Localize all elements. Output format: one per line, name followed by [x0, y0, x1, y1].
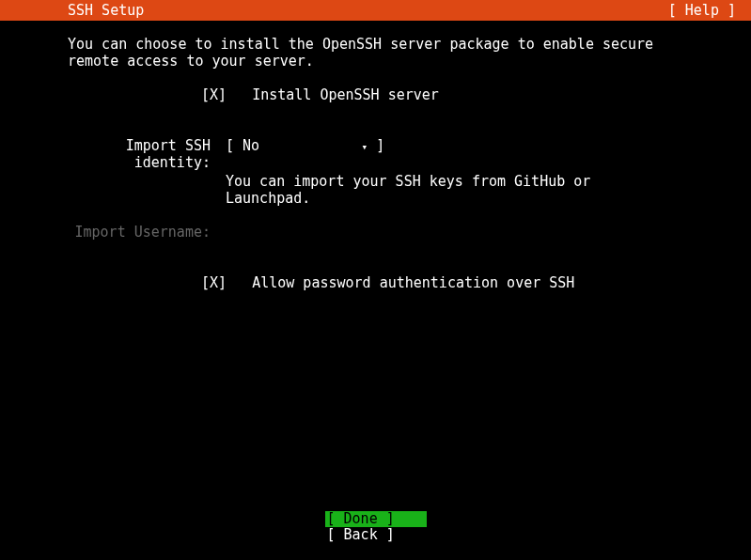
- dropdown-value: No: [243, 137, 259, 154]
- install-openssh-checkbox[interactable]: [X]: [201, 86, 227, 103]
- header-bar: SSH Setup [ Help ]: [0, 0, 751, 21]
- allow-password-label: Allow password authentication over SSH: [252, 274, 574, 291]
- import-identity-label: Import SSH identity:: [68, 137, 226, 171]
- page-title: SSH Setup: [68, 2, 144, 19]
- import-identity-help: You can import your SSH keys from GitHub…: [226, 173, 683, 207]
- back-button[interactable]: [ Back ]: [325, 527, 427, 543]
- description-text: You can choose to install the OpenSSH se…: [68, 36, 683, 70]
- allow-password-row[interactable]: [X] Allow password authentication over S…: [201, 274, 683, 291]
- install-openssh-row[interactable]: [X] Install OpenSSH server: [201, 86, 683, 103]
- allow-password-checkbox[interactable]: [X]: [201, 274, 227, 291]
- main-content: You can choose to install the OpenSSH se…: [0, 21, 751, 291]
- import-username-row: Import Username:: [68, 224, 683, 241]
- footer: [ Done ] [ Back ]: [0, 511, 751, 544]
- install-openssh-label: Install OpenSSH server: [252, 86, 439, 103]
- done-button[interactable]: [ Done ]: [325, 511, 427, 527]
- help-button[interactable]: [ Help ]: [668, 2, 736, 19]
- import-username-label: Import Username:: [68, 224, 226, 241]
- import-identity-dropdown[interactable]: [ No ▾ ]: [226, 137, 384, 171]
- import-identity-row: Import SSH identity: [ No ▾ ]: [68, 137, 683, 171]
